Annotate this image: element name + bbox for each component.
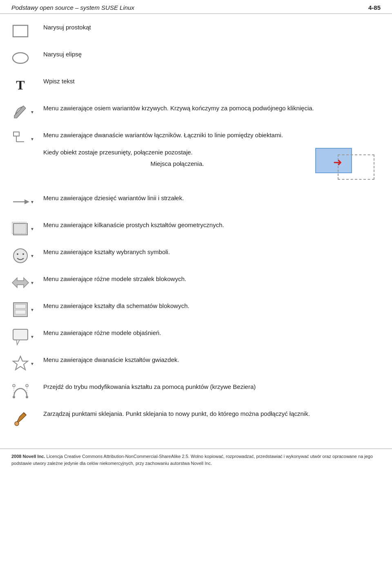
connector-sub-row: Kiedy obiekt zostaje przesunięty, połącz… xyxy=(11,148,381,185)
bezier-svg xyxy=(11,382,29,400)
icon-cell-curves: ▼ xyxy=(11,102,40,121)
list-item: Narysuj prostokąt xyxy=(11,21,381,41)
svg-point-9 xyxy=(13,249,27,263)
list-item: ▼ Menu zawierające dziesięć wariantów li… xyxy=(11,192,381,212)
icon-cell-stars: ▼ xyxy=(11,354,40,373)
list-item: Zarządzaj punktami sklejania. Punkt skle… xyxy=(11,408,381,427)
connector-label-sub: Kiedy obiekt zostaje przesunięty, połącz… xyxy=(43,148,311,157)
stars-dropdown-arrow[interactable]: ▼ xyxy=(30,362,34,366)
icon-cell-shapes-geo: ▼ xyxy=(11,219,40,238)
icon-cell-glue xyxy=(11,408,40,426)
list-item: ▼ Menu zawierające dwanaście kształtów g… xyxy=(11,354,381,373)
page-title: Podstawy open source – system SUSE Linux xyxy=(11,4,134,11)
symbols-dropdown-arrow[interactable]: ▼ xyxy=(30,254,34,258)
icon-cell-block-arrows: ▼ xyxy=(11,273,40,292)
list-item: T Wpisz tekst xyxy=(11,75,381,95)
rect-svg xyxy=(12,24,29,38)
text-icon: T xyxy=(11,76,29,94)
list-item: ▼ Menu zawierające kilkanaście prostych … xyxy=(11,219,381,239)
item-label-glue: Zarządzaj punktami sklejania. Punkt skle… xyxy=(40,408,381,418)
item-label-flowchart: Menu zawierające kształty dla schematów … xyxy=(40,300,381,310)
callouts-svg xyxy=(11,328,29,346)
stars-svg xyxy=(12,355,29,372)
connectors-icon xyxy=(11,130,29,148)
content-area: Narysuj prostokąt Narysuj elipsę T Wpisz… xyxy=(0,17,392,439)
glue-svg xyxy=(11,409,29,426)
stars-icon xyxy=(11,355,29,373)
svg-marker-12 xyxy=(12,278,29,288)
svg-point-11 xyxy=(22,253,24,255)
item-label-text: Wpisz tekst xyxy=(40,75,381,86)
connection-diagram: ➜ xyxy=(315,148,381,185)
footer-company: 2008 Novell Inc. xyxy=(11,454,45,459)
svg-rect-0 xyxy=(13,25,28,37)
flowchart-dropdown-arrow[interactable]: ▼ xyxy=(30,308,34,312)
svg-marker-6 xyxy=(24,199,29,204)
icon-cell-connectors: ▼ xyxy=(11,129,40,148)
item-label-callouts: Menu zawierające różne modele objaśnień. xyxy=(40,327,381,337)
footer: 2008 Novell Inc. Licencja Creative Commo… xyxy=(0,449,392,470)
symbols-icon xyxy=(11,247,29,265)
ellipse-icon xyxy=(11,49,29,67)
ellipse-svg xyxy=(11,51,29,65)
callouts-dropdown-arrow[interactable]: ▼ xyxy=(30,335,34,339)
svg-rect-14 xyxy=(15,304,26,308)
item-label-ellipse: Narysuj elipsę xyxy=(40,48,381,59)
text-T-icon: T xyxy=(16,78,24,92)
list-item: ▼ Menu zawierające różne modele strzałek… xyxy=(11,273,381,292)
icon-cell-lines: ▼ xyxy=(11,192,40,211)
connector-section: ▼ Menu zawierające dwanaście wariantów ł… xyxy=(11,129,381,185)
dashed-rect xyxy=(338,154,374,180)
svg-rect-2 xyxy=(13,132,19,136)
icon-cell-text: T xyxy=(11,75,40,94)
item-label-rectangle: Narysuj prostokąt xyxy=(40,21,381,32)
item-label-connectors-main: Menu zawierające dwanaście wariantów łąc… xyxy=(40,129,381,140)
shapes-geo-svg xyxy=(12,220,29,237)
block-arrows-dropdown-arrow[interactable]: ▼ xyxy=(30,281,34,285)
item-label-symbols: Menu zawierające kształty wybranych symb… xyxy=(40,246,381,257)
block-arrows-svg xyxy=(11,275,29,290)
lines-svg xyxy=(11,196,29,208)
svg-rect-15 xyxy=(15,310,26,314)
connectors-svg xyxy=(12,130,29,147)
connectors-dropdown-arrow[interactable]: ▼ xyxy=(30,137,34,141)
icon-cell-symbols: ▼ xyxy=(11,246,40,265)
curves-dropdown-arrow[interactable]: ▼ xyxy=(30,110,34,114)
item-label-curves: Menu zawierające osiem wariantów krzywyc… xyxy=(40,102,381,113)
icon-cell-callouts: ▼ xyxy=(11,327,40,346)
svg-marker-18 xyxy=(13,356,28,370)
lines-dropdown-arrow[interactable]: ▼ xyxy=(30,200,34,204)
red-arrow-icon: ➜ xyxy=(333,157,342,167)
icon-cell-bezier xyxy=(11,381,40,400)
shapes-geo-icon xyxy=(11,220,29,238)
lines-icon xyxy=(11,193,29,211)
connectors-main-text: Menu zawierające dwanaście wariantów łąc… xyxy=(43,132,283,138)
list-item: ▼ Menu zawierające kształty dla schemató… xyxy=(11,300,381,319)
svg-rect-16 xyxy=(13,329,28,340)
symbols-svg xyxy=(12,248,29,264)
curves-svg xyxy=(12,103,29,121)
connector-label-places: Miejsca połączenia. xyxy=(43,159,311,168)
item-label-stars: Menu zawierające dwanaście kształtów gwi… xyxy=(40,354,381,364)
connector-row-top: ▼ Menu zawierające dwanaście wariantów ł… xyxy=(11,129,381,148)
item-label-bezier: Przejdź do trybu modyfikowania kształtu … xyxy=(40,381,381,391)
svg-point-1 xyxy=(13,53,28,63)
curves-icon xyxy=(11,103,29,121)
list-item: Narysuj elipsę xyxy=(11,48,381,68)
list-item: Przejdź do trybu modyfikowania kształtu … xyxy=(11,381,381,400)
svg-rect-7 xyxy=(13,223,27,235)
footer-license: Licencja Creative Commons Attribution-No… xyxy=(11,454,373,466)
page-number: 4-85 xyxy=(368,4,381,11)
item-label-lines: Menu zawierające dziesięć wariantów lini… xyxy=(40,192,381,203)
shapes-geo-dropdown-arrow[interactable]: ▼ xyxy=(30,227,34,231)
icon-cell-ellipse xyxy=(11,48,40,67)
rectangle-icon xyxy=(11,22,29,40)
block-arrows-icon xyxy=(11,274,29,292)
list-item: ▼ Menu zawierające osiem wariantów krzyw… xyxy=(11,102,381,122)
icon-cell-flowchart: ▼ xyxy=(11,300,40,319)
item-label-shapes-geo: Menu zawierające kilkanaście prostych ks… xyxy=(40,219,381,230)
page-container: Podstawy open source – system SUSE Linux… xyxy=(0,0,392,470)
list-item: ▼ Menu zawierające kształty wybranych sy… xyxy=(11,246,381,266)
list-item: ▼ Menu zawierające różne modele objaśnie… xyxy=(11,327,381,346)
bezier-icon xyxy=(11,382,29,400)
